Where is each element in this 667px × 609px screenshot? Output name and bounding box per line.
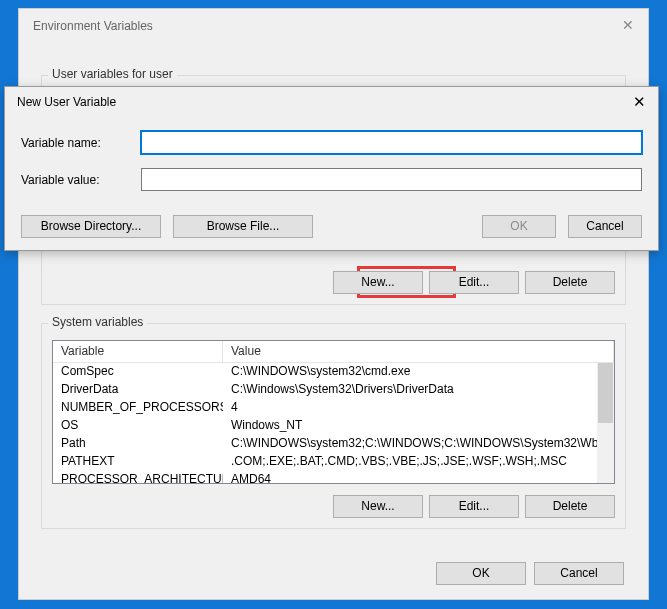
value-field-row: Variable value: — [21, 168, 642, 191]
user-variables-title: User variables for user — [48, 67, 177, 81]
table-body: ComSpecC:\WINDOWS\system32\cmd.exeDriver… — [53, 363, 614, 484]
sys-buttons-row: New... Edit... Delete — [333, 495, 615, 518]
ok-button[interactable]: OK — [436, 562, 526, 585]
cell-variable: DriverData — [53, 381, 223, 399]
dialog-buttons-row: Browse Directory... Browse File... OK Ca… — [21, 215, 642, 238]
table-row[interactable]: DriverDataC:\Windows\System32\Drivers\Dr… — [53, 381, 614, 399]
cell-variable: ComSpec — [53, 363, 223, 381]
cell-variable: Path — [53, 435, 223, 453]
footer-buttons: OK Cancel — [436, 562, 624, 585]
browse-file-button[interactable]: Browse File... — [173, 215, 313, 238]
table-row[interactable]: NUMBER_OF_PROCESSORS4 — [53, 399, 614, 417]
table-row[interactable]: PROCESSOR_ARCHITECTUREAMD64 — [53, 471, 614, 484]
table-row[interactable]: ComSpecC:\WINDOWS\system32\cmd.exe — [53, 363, 614, 381]
system-variables-title: System variables — [48, 315, 147, 329]
cancel-button[interactable]: Cancel — [534, 562, 624, 585]
window-title: Environment Variables — [19, 9, 648, 43]
system-variables-table[interactable]: Variable Value ComSpecC:\WINDOWS\system3… — [52, 340, 615, 484]
table-row[interactable]: PATHEXT.COM;.EXE;.BAT;.CMD;.VBS;.VBE;.JS… — [53, 453, 614, 471]
variable-value-label: Variable value: — [21, 173, 141, 187]
dialog-ok-button[interactable]: OK — [482, 215, 556, 238]
user-edit-button[interactable]: Edit... — [429, 271, 519, 294]
table-row[interactable]: OSWindows_NT — [53, 417, 614, 435]
dialog-cancel-button[interactable]: Cancel — [568, 215, 642, 238]
name-field-row: Variable name: — [21, 131, 642, 154]
variable-value-input[interactable] — [141, 168, 642, 191]
scrollbar-thumb[interactable] — [598, 363, 613, 423]
cell-value: AMD64 — [223, 471, 614, 484]
table-row[interactable]: PathC:\WINDOWS\system32;C:\WINDOWS;C:\WI… — [53, 435, 614, 453]
cell-variable: PROCESSOR_ARCHITECTURE — [53, 471, 223, 484]
cell-value: 4 — [223, 399, 614, 417]
user-delete-button[interactable]: Delete — [525, 271, 615, 294]
sys-delete-button[interactable]: Delete — [525, 495, 615, 518]
close-icon[interactable]: ✕ — [622, 17, 634, 33]
scrollbar[interactable] — [597, 363, 614, 483]
user-buttons-row: New... Edit... Delete — [333, 271, 615, 294]
user-new-button[interactable]: New... — [333, 271, 423, 294]
cell-variable: OS — [53, 417, 223, 435]
table-header: Variable Value — [53, 341, 614, 363]
col-value[interactable]: Value — [223, 341, 614, 362]
cell-value: C:\WINDOWS\system32\cmd.exe — [223, 363, 614, 381]
cell-value: .COM;.EXE;.BAT;.CMD;.VBS;.VBE;.JS;.JSE;.… — [223, 453, 614, 471]
dialog-close-icon[interactable]: ✕ — [633, 93, 646, 111]
cell-value: Windows_NT — [223, 417, 614, 435]
sys-new-button[interactable]: New... — [333, 495, 423, 518]
cell-value: C:\WINDOWS\system32;C:\WINDOWS;C:\WINDOW… — [223, 435, 614, 453]
cell-value: C:\Windows\System32\Drivers\DriverData — [223, 381, 614, 399]
new-user-variable-dialog: New User Variable ✕ Variable name: Varia… — [4, 86, 659, 251]
col-variable[interactable]: Variable — [53, 341, 223, 362]
variable-name-input[interactable] — [141, 131, 642, 154]
cell-variable: NUMBER_OF_PROCESSORS — [53, 399, 223, 417]
sys-edit-button[interactable]: Edit... — [429, 495, 519, 518]
dialog-title: New User Variable — [5, 87, 658, 117]
browse-directory-button[interactable]: Browse Directory... — [21, 215, 161, 238]
variable-name-label: Variable name: — [21, 136, 141, 150]
cell-variable: PATHEXT — [53, 453, 223, 471]
system-variables-group: System variables Variable Value ComSpecC… — [41, 323, 626, 529]
